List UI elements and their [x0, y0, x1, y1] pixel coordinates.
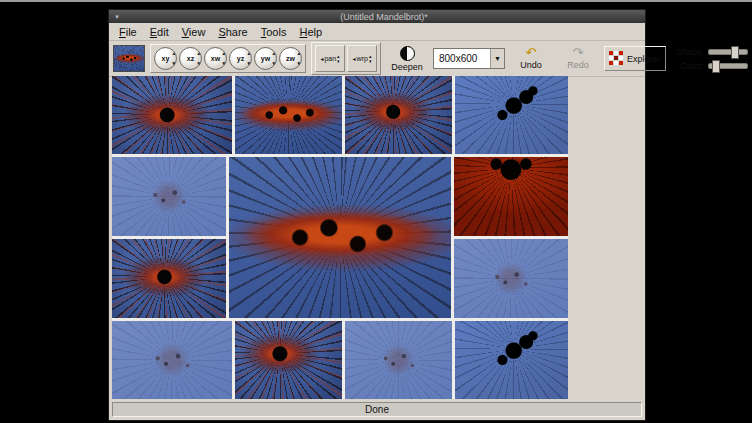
fractal-thumbnail-top-1[interactable] — [112, 76, 232, 154]
fractal-thumbnail-bottom-3[interactable] — [345, 321, 452, 399]
plane-button-yz[interactable]: yz — [229, 47, 252, 70]
status-progress-bar: Done — [112, 402, 642, 417]
menu-view[interactable]: View — [176, 25, 212, 39]
redo-button[interactable]: ↷ Redo — [557, 42, 599, 75]
fractal-thumbnail-mid-left-1[interactable] — [112, 157, 226, 236]
deepen-icon — [400, 46, 415, 61]
menu-file[interactable]: File — [113, 25, 143, 39]
explorer-right-column — [454, 157, 568, 318]
explorer-middle-row — [112, 157, 568, 318]
undo-label: Undo — [520, 60, 542, 70]
toolbar: xy xz xw yz yw zw ◂ pan ▴▾ ◂ wrp ▴▾ Deep… — [109, 41, 645, 77]
plane-button-group: xy xz xw yz yw zw — [150, 44, 306, 73]
window-title: (Untitled Mandelbrot)* — [123, 12, 645, 22]
deepen-label: Deepen — [391, 62, 423, 72]
fractal-main-view[interactable] — [229, 157, 451, 318]
explorer-button[interactable]: Explorer — [604, 46, 666, 71]
chevron-down-icon[interactable]: ▼ — [490, 49, 504, 68]
warp-updown-arrows-icon: ▴▾ — [369, 54, 372, 64]
shape-slider[interactable] — [708, 49, 748, 55]
status-text: Done — [365, 404, 389, 415]
color-slider-row: Color: 11.8 — [671, 61, 752, 71]
plane-button-xw[interactable]: xw — [204, 47, 227, 70]
menu-edit[interactable]: Edit — [144, 25, 175, 39]
plane-button-xy[interactable]: xy — [154, 47, 177, 70]
explorer-icon — [609, 51, 624, 66]
pan-label: pan — [324, 55, 336, 62]
pan-button[interactable]: ◂ pan ▴▾ — [315, 45, 345, 72]
slider-panel: Shape: 61.3 Color: 11.8 — [671, 47, 752, 71]
menu-share[interactable]: Share — [212, 25, 253, 39]
explorer-left-column — [112, 157, 226, 318]
plane-button-zw[interactable]: zw — [279, 47, 302, 70]
explorer-grid — [112, 76, 568, 399]
screen-top-edge — [0, 0, 752, 2]
warp-button[interactable]: ◂ wrp ▴▾ — [347, 45, 377, 72]
current-fractal-thumbnail[interactable] — [113, 45, 145, 72]
warp-label: wrp — [357, 55, 368, 62]
explorer-top-row — [112, 76, 568, 154]
titlebar: ▾ (Untitled Mandelbrot)* — [109, 10, 645, 23]
plane-button-xz[interactable]: xz — [179, 47, 202, 70]
explorer-label: Explorer — [627, 54, 661, 64]
menu-help[interactable]: Help — [293, 25, 328, 39]
fractal-thumbnail-top-4[interactable] — [455, 76, 568, 154]
fractal-thumbnail-mid-left-2[interactable] — [112, 239, 226, 318]
resolution-value: 800x600 — [434, 53, 490, 64]
pan-warp-group: ◂ pan ▴▾ ◂ wrp ▴▾ — [311, 42, 381, 75]
color-slider-thumb[interactable] — [712, 60, 720, 73]
menu-tools[interactable]: Tools — [255, 25, 293, 39]
fractal-thumbnail-bottom-4[interactable] — [455, 321, 568, 399]
warp-left-arrow-icon: ◂ — [353, 56, 356, 62]
undo-icon: ↶ — [526, 47, 537, 59]
explorer-bottom-row — [112, 321, 568, 399]
pan-updown-arrows-icon: ▴▾ — [337, 54, 340, 64]
color-label: Color: — [671, 61, 705, 71]
app-window: ▾ (Untitled Mandelbrot)* File Edit View … — [108, 9, 646, 421]
menubar: File Edit View Share Tools Help — [109, 23, 645, 41]
fractal-thumbnail-top-2[interactable] — [235, 76, 342, 154]
fractal-thumbnail-top-3[interactable] — [345, 76, 452, 154]
deepen-button[interactable]: Deepen — [386, 42, 428, 75]
shape-slider-row: Shape: 61.3 — [671, 47, 752, 57]
pan-left-arrow-icon: ◂ — [320, 56, 323, 62]
fractal-thumbnail-bottom-1[interactable] — [112, 321, 232, 399]
redo-icon: ↷ — [573, 47, 584, 59]
fractal-thumbnail-mid-right-1[interactable] — [454, 157, 568, 236]
plane-button-yw[interactable]: yw — [254, 47, 277, 70]
shape-label: Shape: — [671, 47, 705, 57]
shape-slider-thumb[interactable] — [731, 46, 739, 59]
color-slider[interactable] — [708, 63, 748, 69]
redo-label: Redo — [567, 60, 589, 70]
fractal-thumbnail-bottom-2[interactable] — [235, 321, 342, 399]
fractal-thumbnail-mid-right-2[interactable] — [454, 239, 568, 318]
resolution-select[interactable]: 800x600 ▼ — [433, 48, 505, 69]
undo-button[interactable]: ↶ Undo — [510, 42, 552, 75]
window-menu-icon[interactable]: ▾ — [111, 11, 123, 22]
